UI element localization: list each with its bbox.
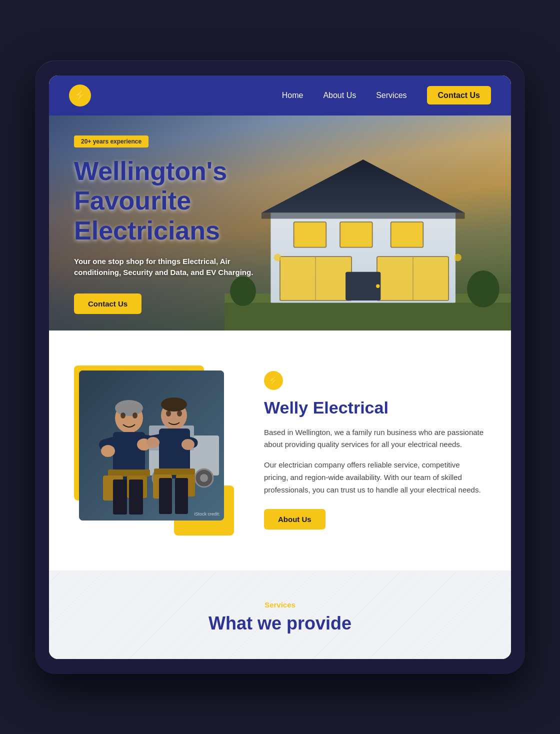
electricians-illustration — [79, 370, 224, 520]
svg-point-18 — [376, 284, 380, 288]
svg-rect-6 — [340, 222, 372, 247]
services-section: Services What we provide — [49, 570, 511, 659]
svg-marker-3 — [262, 160, 465, 212]
svg-point-29 — [200, 474, 208, 482]
about-logo-icon: ⚡ — [264, 371, 283, 390]
about-image-container: iStock credit: — [74, 366, 234, 536]
logo-icon: ⚡ — [69, 84, 91, 106]
svg-point-49 — [146, 437, 160, 448]
svg-point-35 — [101, 445, 115, 457]
navbar: ⚡ Home About Us Services Contact Us — [49, 76, 511, 116]
svg-point-50 — [182, 439, 194, 450]
svg-point-45 — [161, 398, 187, 412]
about-description-2: Our electrician company offers reliable … — [264, 459, 486, 496]
services-label: Services — [74, 600, 486, 609]
svg-rect-37 — [108, 470, 150, 476]
svg-marker-4 — [262, 212, 465, 218]
experience-badge: 20+ years experience — [74, 136, 148, 148]
device-frame: ⚡ Home About Us Services Contact Us — [35, 60, 525, 674]
svg-rect-41 — [129, 480, 143, 514]
about-button[interactable]: About Us — [264, 509, 326, 530]
svg-rect-5 — [294, 222, 326, 247]
svg-point-21 — [467, 270, 500, 307]
image-credit: iStock credit: — [194, 512, 220, 516]
hero-section: 20+ years experience Wellington's Favour… — [49, 116, 511, 330]
svg-point-42 — [120, 412, 126, 418]
svg-rect-51 — [154, 468, 195, 475]
lightning-icon: ⚡ — [74, 89, 87, 102]
nav-links: Home About Us Services Contact Us — [282, 91, 491, 100]
hero-title: Wellington's Favourite Electricians — [74, 156, 264, 246]
about-image-inner: iStock credit: — [79, 370, 224, 520]
hero-contact-button[interactable]: Contact Us — [74, 294, 142, 314]
nav-item-contact[interactable]: Contact Us — [427, 91, 491, 100]
services-title: What we provide — [74, 613, 486, 634]
hero-title-line2: Favourite — [74, 186, 191, 215]
svg-rect-54 — [159, 478, 172, 514]
logo[interactable]: ⚡ — [69, 84, 91, 106]
services-header: Services What we provide — [74, 600, 486, 634]
nav-item-about[interactable]: About Us — [323, 91, 356, 100]
svg-point-19 — [274, 254, 282, 261]
svg-rect-40 — [113, 480, 127, 514]
svg-rect-7 — [391, 222, 424, 247]
nav-item-services[interactable]: Services — [376, 91, 406, 100]
nav-contact-button[interactable]: Contact Us — [427, 86, 491, 104]
svg-point-43 — [132, 412, 138, 418]
hero-title-line1: Wellington's — [74, 156, 227, 186]
about-title: Welly Electrical — [264, 398, 486, 418]
hero-title-line3: Electricians — [74, 216, 220, 245]
svg-point-20 — [454, 254, 462, 261]
house-illustration — [224, 116, 511, 330]
device-screen: ⚡ Home About Us Services Contact Us — [49, 76, 511, 659]
nav-link-services[interactable]: Services — [376, 91, 406, 100]
nav-link-about[interactable]: About Us — [323, 91, 356, 100]
hero-content: 20+ years experience Wellington's Favour… — [74, 136, 264, 314]
about-lightning-icon: ⚡ — [268, 375, 279, 386]
nav-link-home[interactable]: Home — [282, 91, 304, 100]
nav-item-home[interactable]: Home — [282, 91, 304, 100]
about-description-1: Based in Wellington, we a family run bus… — [264, 426, 486, 452]
about-text-content: ⚡ Welly Electrical Based in Wellington, … — [264, 371, 486, 530]
svg-rect-17 — [346, 272, 380, 300]
about-section: iStock credit: ⚡ Welly Electrical Based … — [49, 330, 511, 570]
svg-point-31 — [115, 400, 143, 416]
svg-rect-55 — [175, 478, 188, 514]
hero-subtitle: Your one stop shop for things Electrical… — [74, 256, 264, 278]
svg-point-56 — [166, 410, 171, 416]
svg-point-57 — [177, 410, 182, 416]
